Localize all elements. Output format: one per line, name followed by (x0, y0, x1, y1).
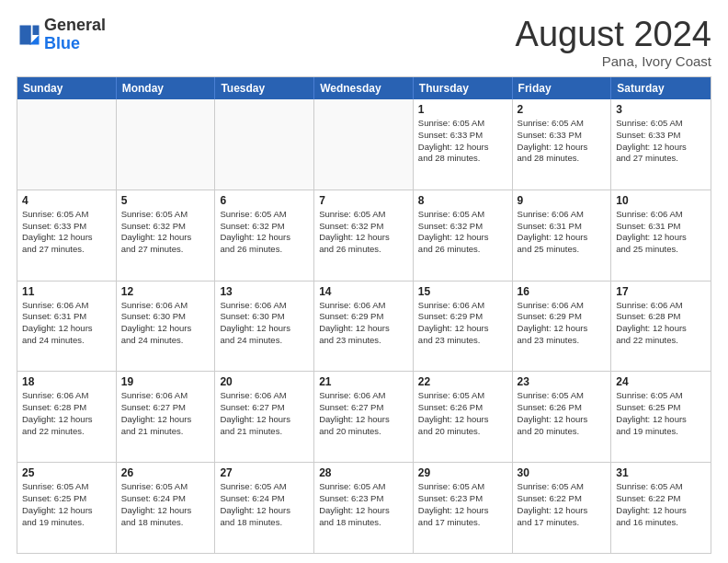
calendar-cell: 24Sunrise: 6:05 AM Sunset: 6:25 PM Dayli… (611, 372, 711, 462)
cell-info: Sunrise: 6:05 AM Sunset: 6:26 PM Dayligh… (418, 390, 507, 437)
day-number: 17 (616, 285, 706, 298)
logo-blue: Blue (44, 34, 80, 52)
svg-marker-0 (33, 25, 40, 35)
cell-info: Sunrise: 6:05 AM Sunset: 6:32 PM Dayligh… (319, 209, 408, 256)
day-number: 19 (121, 375, 210, 388)
day-number: 10 (616, 194, 706, 207)
day-number: 16 (518, 285, 607, 298)
title-block: August 2024 Pana, Ivory Coast (516, 17, 711, 69)
calendar-cell: 10Sunrise: 6:06 AM Sunset: 6:31 PM Dayli… (611, 190, 711, 281)
day-number: 28 (319, 466, 408, 479)
calendar-cell: 9Sunrise: 6:06 AM Sunset: 6:31 PM Daylig… (513, 190, 612, 281)
calendar-cell: 14Sunrise: 6:06 AM Sunset: 6:29 PM Dayli… (314, 282, 414, 372)
cell-info: Sunrise: 6:05 AM Sunset: 6:24 PM Dayligh… (220, 481, 309, 528)
cell-info: Sunrise: 6:06 AM Sunset: 6:31 PM Dayligh… (616, 209, 706, 256)
calendar-cell: 26Sunrise: 6:05 AM Sunset: 6:24 PM Dayli… (117, 463, 216, 553)
calendar-cell (17, 99, 117, 190)
day-name-tuesday: Tuesday (215, 77, 314, 99)
calendar-cell: 11Sunrise: 6:06 AM Sunset: 6:31 PM Dayli… (17, 282, 117, 372)
calendar-cell: 20Sunrise: 6:06 AM Sunset: 6:27 PM Dayli… (215, 372, 314, 462)
day-number: 5 (121, 194, 210, 207)
calendar-cell: 6Sunrise: 6:05 AM Sunset: 6:32 PM Daylig… (215, 190, 314, 281)
calendar-cell (117, 99, 216, 190)
calendar-cell (314, 99, 414, 190)
calendar-cell: 31Sunrise: 6:05 AM Sunset: 6:22 PM Dayli… (611, 463, 711, 553)
week-row-4: 25Sunrise: 6:05 AM Sunset: 6:25 PM Dayli… (17, 462, 711, 553)
logo: General Blue (17, 17, 106, 53)
cell-info: Sunrise: 6:05 AM Sunset: 6:22 PM Dayligh… (616, 481, 706, 528)
day-number: 22 (418, 375, 507, 388)
logo-text: General Blue (44, 17, 106, 53)
day-number: 31 (616, 466, 706, 479)
calendar-cell: 5Sunrise: 6:05 AM Sunset: 6:32 PM Daylig… (117, 190, 216, 281)
calendar-cell: 2Sunrise: 6:05 AM Sunset: 6:33 PM Daylig… (513, 99, 612, 190)
day-number: 23 (518, 375, 607, 388)
day-name-thursday: Thursday (414, 77, 513, 99)
cell-info: Sunrise: 6:06 AM Sunset: 6:30 PM Dayligh… (121, 300, 210, 347)
cell-info: Sunrise: 6:05 AM Sunset: 6:32 PM Dayligh… (121, 209, 210, 256)
calendar-cell: 19Sunrise: 6:06 AM Sunset: 6:27 PM Dayli… (117, 372, 216, 462)
location: Pana, Ivory Coast (516, 53, 711, 69)
day-number: 15 (418, 285, 507, 298)
week-row-3: 18Sunrise: 6:06 AM Sunset: 6:28 PM Dayli… (17, 371, 711, 462)
calendar-cell: 16Sunrise: 6:06 AM Sunset: 6:29 PM Dayli… (513, 282, 612, 372)
day-number: 25 (22, 466, 111, 479)
day-number: 30 (518, 466, 607, 479)
calendar-cell: 4Sunrise: 6:05 AM Sunset: 6:33 PM Daylig… (17, 190, 117, 281)
day-name-sunday: Sunday (17, 77, 117, 99)
cell-info: Sunrise: 6:05 AM Sunset: 6:25 PM Dayligh… (22, 481, 111, 528)
calendar-body: 1Sunrise: 6:05 AM Sunset: 6:33 PM Daylig… (17, 99, 711, 553)
day-number: 26 (121, 466, 210, 479)
week-row-0: 1Sunrise: 6:05 AM Sunset: 6:33 PM Daylig… (17, 99, 711, 190)
cell-info: Sunrise: 6:05 AM Sunset: 6:24 PM Dayligh… (121, 481, 210, 528)
calendar-cell: 18Sunrise: 6:06 AM Sunset: 6:28 PM Dayli… (17, 372, 117, 462)
week-row-2: 11Sunrise: 6:06 AM Sunset: 6:31 PM Dayli… (17, 281, 711, 372)
day-number: 27 (220, 466, 309, 479)
cell-info: Sunrise: 6:05 AM Sunset: 6:33 PM Dayligh… (418, 118, 507, 165)
cell-info: Sunrise: 6:06 AM Sunset: 6:31 PM Dayligh… (22, 300, 111, 347)
cell-info: Sunrise: 6:05 AM Sunset: 6:23 PM Dayligh… (319, 481, 408, 528)
calendar-cell: 21Sunrise: 6:06 AM Sunset: 6:27 PM Dayli… (314, 372, 414, 462)
calendar-header: SundayMondayTuesdayWednesdayThursdayFrid… (17, 77, 711, 99)
week-row-1: 4Sunrise: 6:05 AM Sunset: 6:33 PM Daylig… (17, 190, 711, 281)
day-number: 9 (518, 194, 607, 207)
cell-info: Sunrise: 6:06 AM Sunset: 6:29 PM Dayligh… (518, 300, 607, 347)
day-number: 11 (22, 285, 111, 298)
calendar-cell: 27Sunrise: 6:05 AM Sunset: 6:24 PM Dayli… (215, 463, 314, 553)
day-number: 24 (616, 375, 706, 388)
page: General Blue August 2024 Pana, Ivory Coa… (0, 0, 728, 563)
cell-info: Sunrise: 6:05 AM Sunset: 6:33 PM Dayligh… (22, 209, 111, 256)
cell-info: Sunrise: 6:06 AM Sunset: 6:27 PM Dayligh… (121, 390, 210, 437)
day-number: 2 (518, 103, 607, 116)
cell-info: Sunrise: 6:05 AM Sunset: 6:33 PM Dayligh… (616, 118, 706, 165)
day-number: 12 (121, 285, 210, 298)
cell-info: Sunrise: 6:06 AM Sunset: 6:31 PM Dayligh… (518, 209, 607, 256)
calendar: SundayMondayTuesdayWednesdayThursdayFrid… (17, 76, 711, 554)
calendar-cell: 17Sunrise: 6:06 AM Sunset: 6:28 PM Dayli… (611, 282, 711, 372)
calendar-cell: 13Sunrise: 6:06 AM Sunset: 6:30 PM Dayli… (215, 282, 314, 372)
day-number: 8 (418, 194, 507, 207)
cell-info: Sunrise: 6:06 AM Sunset: 6:29 PM Dayligh… (418, 300, 507, 347)
calendar-cell: 7Sunrise: 6:05 AM Sunset: 6:32 PM Daylig… (314, 190, 414, 281)
day-name-monday: Monday (117, 77, 216, 99)
day-name-wednesday: Wednesday (314, 77, 414, 99)
header: General Blue August 2024 Pana, Ivory Coa… (17, 17, 711, 69)
cell-info: Sunrise: 6:06 AM Sunset: 6:27 PM Dayligh… (319, 390, 408, 437)
day-number: 3 (616, 103, 706, 116)
day-number: 20 (220, 375, 309, 388)
calendar-cell: 22Sunrise: 6:05 AM Sunset: 6:26 PM Dayli… (414, 372, 513, 462)
cell-info: Sunrise: 6:06 AM Sunset: 6:27 PM Dayligh… (220, 390, 309, 437)
day-number: 14 (319, 285, 408, 298)
calendar-cell: 1Sunrise: 6:05 AM Sunset: 6:33 PM Daylig… (414, 99, 513, 190)
cell-info: Sunrise: 6:05 AM Sunset: 6:23 PM Dayligh… (418, 481, 507, 528)
calendar-cell: 3Sunrise: 6:05 AM Sunset: 6:33 PM Daylig… (611, 99, 711, 190)
day-number: 1 (418, 103, 507, 116)
svg-rect-2 (20, 25, 31, 44)
cell-info: Sunrise: 6:06 AM Sunset: 6:29 PM Dayligh… (319, 300, 408, 347)
cell-info: Sunrise: 6:06 AM Sunset: 6:30 PM Dayligh… (220, 300, 309, 347)
calendar-cell: 8Sunrise: 6:05 AM Sunset: 6:32 PM Daylig… (414, 190, 513, 281)
day-name-friday: Friday (513, 77, 612, 99)
cell-info: Sunrise: 6:05 AM Sunset: 6:22 PM Dayligh… (518, 481, 607, 528)
cell-info: Sunrise: 6:06 AM Sunset: 6:28 PM Dayligh… (616, 300, 706, 347)
day-number: 29 (418, 466, 507, 479)
